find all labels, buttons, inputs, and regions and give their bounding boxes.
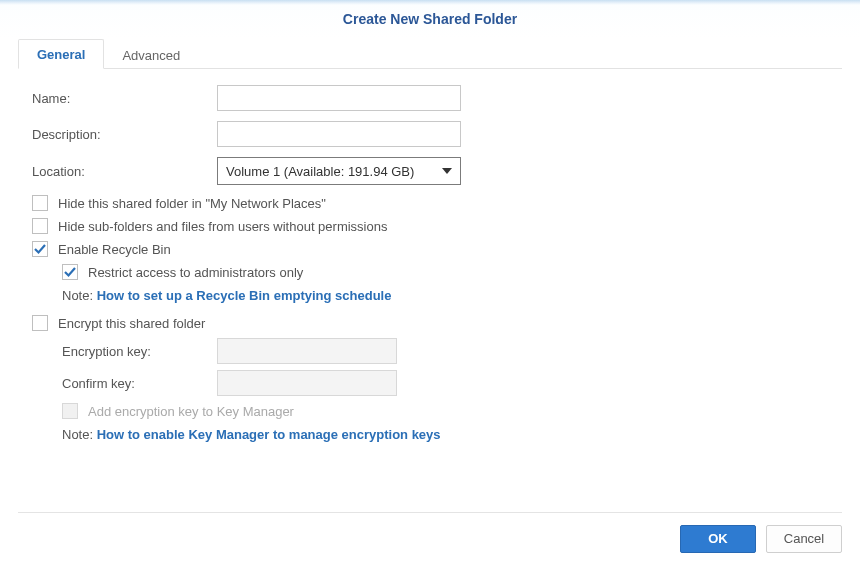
dialog-footer: OK Cancel bbox=[18, 512, 842, 553]
button-row: OK Cancel bbox=[18, 525, 842, 553]
tab-bar: General Advanced bbox=[0, 39, 860, 69]
hide-network-places-label: Hide this shared folder in "My Network P… bbox=[58, 196, 326, 211]
name-input[interactable] bbox=[217, 85, 461, 111]
confirm-key-label: Confirm key: bbox=[62, 376, 217, 391]
location-select-value: Volume 1 (Available: 191.94 GB) bbox=[226, 164, 414, 179]
encryption-key-label: Encryption key: bbox=[62, 344, 217, 359]
ok-button[interactable]: OK bbox=[680, 525, 756, 553]
keymgr-note: Note: How to enable Key Manager to manag… bbox=[62, 427, 828, 442]
cancel-button[interactable]: Cancel bbox=[766, 525, 842, 553]
tab-general[interactable]: General bbox=[18, 39, 104, 69]
recycle-schedule-link[interactable]: How to set up a Recycle Bin emptying sch… bbox=[97, 288, 392, 303]
restrict-admins-checkbox[interactable] bbox=[62, 264, 78, 280]
add-key-manager-checkbox bbox=[62, 403, 78, 419]
add-key-manager-label: Add encryption key to Key Manager bbox=[88, 404, 294, 419]
dialog-content: Name: Description: Location: Volume 1 (A… bbox=[0, 69, 860, 442]
hide-subfolders-label: Hide sub-folders and files from users wi… bbox=[58, 219, 387, 234]
location-select[interactable]: Volume 1 (Available: 191.94 GB) bbox=[217, 157, 461, 185]
description-label: Description: bbox=[32, 127, 217, 142]
hide-network-places-checkbox[interactable] bbox=[32, 195, 48, 211]
encrypt-folder-label: Encrypt this shared folder bbox=[58, 316, 205, 331]
keymgr-note-prefix: Note: bbox=[62, 427, 97, 442]
chevron-down-icon bbox=[442, 168, 452, 174]
key-manager-link[interactable]: How to enable Key Manager to manage encr… bbox=[97, 427, 441, 442]
dialog-title: Create New Shared Folder bbox=[0, 5, 860, 39]
location-label: Location: bbox=[32, 164, 217, 179]
name-label: Name: bbox=[32, 91, 217, 106]
enable-recycle-bin-checkbox[interactable] bbox=[32, 241, 48, 257]
footer-separator bbox=[18, 512, 842, 513]
restrict-admins-label: Restrict access to administrators only bbox=[88, 265, 303, 280]
encrypt-folder-checkbox[interactable] bbox=[32, 315, 48, 331]
description-input[interactable] bbox=[217, 121, 461, 147]
tab-advanced[interactable]: Advanced bbox=[104, 41, 198, 69]
enable-recycle-bin-label: Enable Recycle Bin bbox=[58, 242, 171, 257]
recycle-note-prefix: Note: bbox=[62, 288, 97, 303]
create-shared-folder-dialog: Create New Shared Folder General Advance… bbox=[0, 0, 860, 567]
encryption-key-input bbox=[217, 338, 397, 364]
recycle-note: Note: How to set up a Recycle Bin emptyi… bbox=[62, 288, 828, 303]
tab-underline bbox=[18, 68, 842, 69]
confirm-key-input bbox=[217, 370, 397, 396]
hide-subfolders-checkbox[interactable] bbox=[32, 218, 48, 234]
